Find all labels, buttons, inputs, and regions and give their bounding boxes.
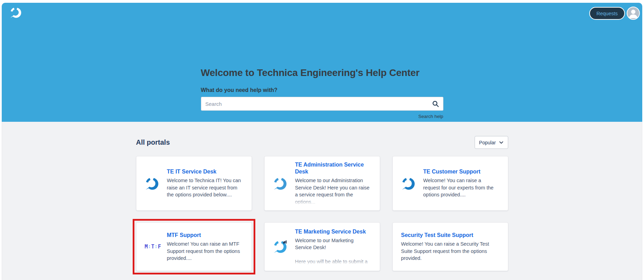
user-avatar[interactable] <box>627 7 640 20</box>
portal-logo <box>273 240 287 254</box>
portal-card-description: Welcome to our Administration Service De… <box>295 177 371 205</box>
portal-swirl-logo-icon <box>145 177 159 190</box>
portal-card-description: Welcome! You can raise an MTF Support re… <box>167 240 242 262</box>
help-center-page: Requests Welcome to Technica Engineering… <box>2 3 642 280</box>
portal-cards-grid: TE IT Service Desk Welcome to Technica I… <box>136 156 508 271</box>
portal-card-title[interactable]: TE Administration Service Desk <box>295 161 371 175</box>
portal-card-title[interactable]: TE IT Service Desk <box>167 168 242 175</box>
portal-card-text: MTF Support Welcome! You can raise an MT… <box>167 232 242 262</box>
portal-card-cell: TE IT Service Desk Welcome to Technica I… <box>136 156 252 211</box>
hero-banner: Requests Welcome to Technica Engineering… <box>2 3 642 122</box>
portal-swirl-logo-icon <box>401 177 415 190</box>
portal-card-cell: TE Administration Service Desk Welcome t… <box>264 156 380 211</box>
sort-dropdown-value: Popular <box>479 140 496 145</box>
portal-card-description: Welcome! You can raise a request for our… <box>423 177 499 198</box>
portal-card-text: TE Marketing Service Desk Welcome to our… <box>295 228 371 265</box>
portal-card-description: Welcome to Technica IT! You can raise an… <box>167 177 242 198</box>
portal-card-text: TE IT Service Desk Welcome to Technica I… <box>167 168 242 198</box>
page-title: Welcome to Technica Engineering's Help C… <box>201 67 443 78</box>
sort-dropdown[interactable]: Popular <box>475 136 508 149</box>
portal-card-title[interactable]: MTF Support <box>167 232 242 239</box>
search-help-link[interactable]: Search help <box>201 114 443 119</box>
portal-card-cell: M∶T∶F MTF Support Welcome! You can raise… <box>136 222 252 271</box>
portal-card[interactable]: Security Test Suite Support Welcome! You… <box>392 222 508 271</box>
portal-card[interactable]: TE Marketing Service Desk Welcome to our… <box>264 222 380 271</box>
portal-card-cell: TE Marketing Service Desk Welcome to our… <box>264 222 380 271</box>
portal-card-text: TE Customer Support Welcome! You can rai… <box>423 168 499 198</box>
portal-card-cell: TE Customer Support Welcome! You can rai… <box>392 156 508 211</box>
portal-card[interactable]: TE IT Service Desk Welcome to Technica I… <box>136 156 252 211</box>
portal-card-title[interactable]: Security Test Suite Support <box>401 232 499 239</box>
search-icon[interactable] <box>432 100 439 108</box>
portal-card-title[interactable]: TE Marketing Service Desk <box>295 228 371 235</box>
portals-section: All portals Popular <box>2 122 642 280</box>
requests-button-label: Requests <box>597 11 618 16</box>
portal-card-title[interactable]: TE Customer Support <box>423 168 499 175</box>
portal-logo <box>273 177 287 190</box>
search-box <box>201 97 443 111</box>
search-input[interactable] <box>201 97 443 111</box>
search-label: What do you need help with? <box>201 87 443 93</box>
hero-section: Welcome to Technica Engineering's Help C… <box>201 67 443 119</box>
person-icon <box>627 7 639 19</box>
portal-card[interactable]: M∶T∶F MTF Support Welcome! You can raise… <box>136 222 252 271</box>
portal-card-description: Welcome! You can raise a Security Test S… <box>401 240 499 262</box>
portal-card-text: TE Administration Service Desk Welcome t… <box>295 161 371 205</box>
portal-swirl-logo-icon <box>273 177 287 190</box>
requests-button[interactable]: Requests <box>589 7 625 20</box>
portal-card[interactable]: TE Customer Support Welcome! You can rai… <box>392 156 508 211</box>
portal-card[interactable]: TE Administration Service Desk Welcome t… <box>264 156 380 211</box>
megaphone-icon <box>282 240 288 245</box>
portal-logo <box>401 177 415 190</box>
brand-swirl-logo-icon[interactable] <box>10 7 21 18</box>
mtf-text-logo: M∶T∶F <box>145 244 161 250</box>
chevron-down-icon <box>499 141 503 144</box>
portal-card-description: Welcome to our Marketing Service Desk! H… <box>295 237 371 265</box>
portal-card-text: Security Test Suite Support Welcome! You… <box>401 232 499 262</box>
portal-logo <box>145 177 159 190</box>
portal-card-cell: Security Test Suite Support Welcome! You… <box>392 222 508 271</box>
portal-logo: M∶T∶F <box>145 244 159 250</box>
all-portals-heading: All portals <box>136 138 170 146</box>
